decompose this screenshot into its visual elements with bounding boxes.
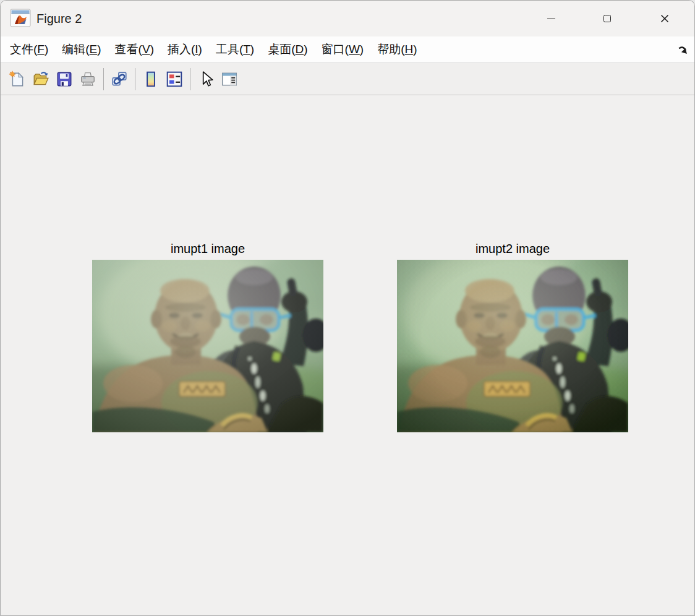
link-plot-icon <box>111 71 128 88</box>
minimize-button[interactable] <box>531 5 571 32</box>
underwater-photo-1 <box>92 260 323 432</box>
insert-legend-button[interactable] <box>163 67 186 92</box>
figure-toolbar <box>1 63 694 95</box>
insert-colorbar-button[interactable] <box>139 67 163 92</box>
menu-file[interactable]: 文件(F) <box>3 36 55 62</box>
menu-edit[interactable]: 编辑(E) <box>55 36 108 62</box>
menu-view[interactable]: 查看(V) <box>108 36 161 62</box>
close-button[interactable] <box>645 5 684 32</box>
dock-figure-button[interactable] <box>675 41 691 58</box>
print-figure-icon <box>79 71 96 88</box>
menubar: 文件(F) 编辑(E) 查看(V) 插入(I) 工具(T) 桌面(D) 窗口(W… <box>1 36 694 63</box>
axes-1: imupt1 image <box>92 241 323 432</box>
axes-2-title: imupt2 image <box>397 241 628 257</box>
minimize-icon <box>547 19 555 19</box>
open-file-button[interactable] <box>29 67 53 92</box>
link-plot-button[interactable] <box>108 67 131 92</box>
matlab-figure-window: Figure 2 文件(F) 编辑(E) 查看(V) 插入(I) 工具(T) 桌… <box>0 0 695 616</box>
new-figure-button[interactable] <box>6 67 29 92</box>
titlebar[interactable]: Figure 2 <box>1 1 694 36</box>
save-figure-button[interactable] <box>53 67 76 92</box>
menu-window[interactable]: 窗口(W) <box>315 36 371 62</box>
open-file-icon <box>32 71 49 88</box>
edit-plot-button[interactable] <box>194 67 218 92</box>
menu-insert[interactable]: 插入(I) <box>161 36 209 62</box>
property-inspector-button[interactable] <box>218 67 241 92</box>
menu-desktop[interactable]: 桌面(D) <box>261 36 314 62</box>
window-title: Figure 2 <box>36 1 82 36</box>
axes-2: imupt2 image <box>397 241 628 432</box>
figure-canvas: imupt1 image imupt2 image <box>1 95 695 616</box>
maximize-button[interactable] <box>587 5 627 32</box>
axes-2-image <box>397 260 628 432</box>
matlab-figure-icon <box>10 9 31 27</box>
maximize-icon <box>603 15 611 22</box>
axes-1-image <box>92 260 323 432</box>
underwater-photo-2 <box>397 260 628 432</box>
toolbar-separator <box>103 68 104 90</box>
toolbar-separator <box>135 68 135 90</box>
menu-tools[interactable]: 工具(T) <box>209 36 261 62</box>
print-figure-button[interactable] <box>76 67 100 92</box>
dock-figure-arrow-icon <box>678 45 688 55</box>
close-icon <box>660 14 669 23</box>
new-figure-icon <box>9 71 26 88</box>
edit-plot-icon <box>197 71 215 88</box>
toolbar-separator <box>190 68 190 90</box>
save-figure-icon <box>56 71 73 88</box>
insert-colorbar-icon <box>142 71 160 88</box>
menu-help[interactable]: 帮助(H) <box>370 36 424 62</box>
axes-1-title: imupt1 image <box>92 241 323 257</box>
insert-legend-icon <box>166 71 183 88</box>
property-inspector-icon <box>221 71 238 88</box>
